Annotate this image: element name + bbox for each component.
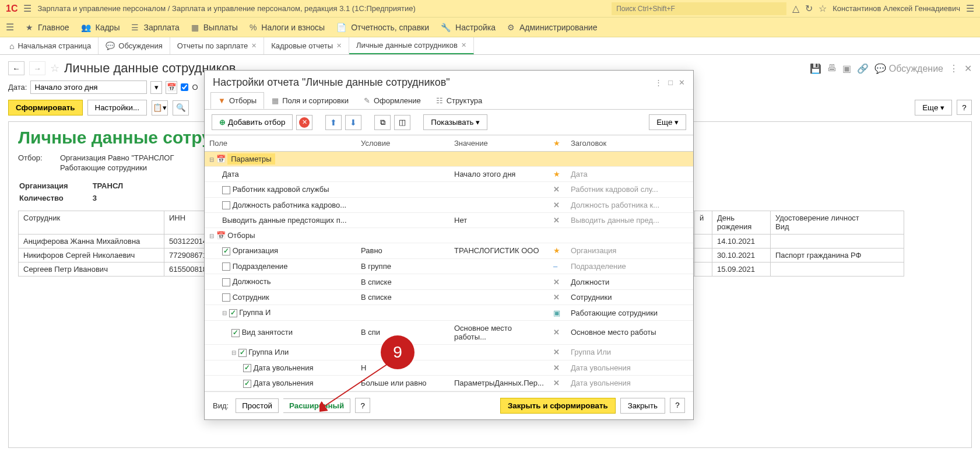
close-icon[interactable]: ✕ [251, 42, 257, 50]
count-value: 3 [93, 192, 146, 204]
menu-collapse-icon[interactable]: ☰ [966, 3, 974, 14]
close-icon[interactable]: ✕ [461, 41, 466, 49]
filter-text-2: Работающие сотрудники [60, 163, 147, 172]
search-icon-button[interactable]: 🔍 [173, 100, 189, 116]
tab-struct[interactable]: ☷Структура [428, 92, 490, 109]
user-name[interactable]: Константинов Алексей Геннадиевич [833, 4, 960, 13]
filter-row[interactable]: Дата увольненияН✕Дата увольнения [205, 360, 693, 376]
section-filters[interactable]: ⊟ 📅 Отборы [205, 228, 693, 243]
up-button[interactable]: ⬆ [325, 115, 342, 130]
bell-icon[interactable]: △ [792, 3, 799, 14]
more-button[interactable]: Еще ▾ [915, 100, 952, 116]
group-button[interactable]: ⧉ [374, 115, 391, 130]
col-ext: й [695, 211, 712, 235]
section-params[interactable]: ⊟ 📅 Параметры [205, 152, 693, 167]
menu-nastroyka[interactable]: 🔧Настройка [441, 23, 496, 32]
tab-style[interactable]: ✎Оформление [356, 92, 428, 109]
menu-otchetnost[interactable]: 📄Отчетность, справки [336, 23, 429, 32]
delete-button[interactable]: ✕ [296, 115, 312, 130]
hamburger-icon[interactable] [23, 3, 31, 14]
menu-vyplaty[interactable]: ▦Выплаты [191, 23, 238, 32]
tree-icon: ☷ [436, 96, 443, 105]
menu-admin[interactable]: ⚙Администрирование [507, 23, 598, 32]
columns-icon: ▦ [272, 96, 279, 105]
filter-row[interactable]: Вид занятостиВ спиОсновное место работы.… [205, 320, 693, 344]
pen-icon: ✎ [364, 96, 370, 105]
close-icon[interactable]: ✕ [964, 63, 972, 74]
history-icon[interactable]: ↻ [805, 3, 813, 14]
copy-icon-button[interactable]: 📋▾ [152, 100, 168, 116]
star-icon[interactable]: ☆ [819, 3, 827, 14]
tab-fields[interactable]: ▦Поля и сортировки [264, 92, 356, 109]
org-checkbox[interactable] [181, 83, 188, 91]
tab-discussions[interactable]: 💬Обсуждения [99, 37, 170, 54]
tab-reports-salary[interactable]: Отчеты по зарплате✕ [170, 37, 264, 54]
filter-row[interactable]: Работник кадровой службы✕Работник кадров… [205, 182, 693, 198]
filter-row[interactable]: Должность работника кадрово...✕Должность… [205, 197, 693, 213]
tab-reports-kadry[interactable]: Кадровые отчеты✕ [264, 37, 349, 54]
print-icon[interactable]: 🖶 [827, 63, 837, 74]
filter-row[interactable]: ПодразделениеВ группе–Подразделение [205, 258, 693, 274]
filter-row[interactable]: ДолжностьВ списке✕Должности [205, 274, 693, 290]
filter-row[interactable]: ⊟ Группа И▣Работающие сотрудники [205, 305, 693, 321]
settings-button[interactable]: Настройки... [87, 100, 147, 116]
form-button[interactable]: Сформировать [8, 100, 83, 116]
money-icon: ▦ [191, 23, 199, 32]
chat-icon[interactable]: 💬 Обсуждение [874, 63, 943, 74]
main-hamburger-icon[interactable] [6, 22, 14, 33]
more-icon[interactable]: ⋮ [949, 63, 958, 74]
col-id: Удостоверение личностВид [771, 211, 904, 235]
help-button[interactable]: ? [957, 100, 972, 115]
filter-row[interactable]: ОрганизацияРавноТРАНСЛОГИСТИК ООО★Органи… [205, 243, 693, 259]
filter-row[interactable]: ДатаНачало этого дня★Дата [205, 167, 693, 182]
tab-home[interactable]: Начальная страница [2, 37, 99, 54]
help-button[interactable]: ? [355, 398, 370, 413]
maximize-icon[interactable]: □ [668, 78, 673, 87]
tab-filters[interactable]: ▼Отборы [210, 92, 264, 109]
save-icon[interactable]: 💾 [810, 63, 821, 74]
view-label: Вид: [213, 401, 229, 410]
down-button[interactable]: ⬇ [345, 115, 361, 130]
link-icon[interactable]: 🔗 [857, 63, 869, 74]
main-menu: ★Главное 👥Кадры ☰Зарплата ▦Выплаты %Нало… [0, 18, 980, 37]
close-icon[interactable]: ✕ [679, 78, 685, 87]
date-input[interactable] [30, 80, 147, 94]
close-and-form-button[interactable]: Закрыть и сформировать [500, 398, 616, 414]
funnel-icon: ▼ [218, 96, 226, 105]
favorite-icon[interactable] [50, 62, 59, 75]
menu-zarplata[interactable]: ☰Зарплата [131, 23, 179, 32]
back-button[interactable]: ← [8, 61, 24, 75]
ungroup-button[interactable]: ◫ [394, 115, 410, 130]
tab-personal-data[interactable]: Личные данные сотрудников✕ [349, 37, 474, 54]
calendar-button[interactable]: 📅 [166, 81, 177, 94]
menu-main[interactable]: ★Главное [26, 23, 69, 32]
help-button-2[interactable]: ? [670, 398, 685, 413]
summary-table: ОрганизацияТРАНСЛ Количество3 [18, 179, 147, 205]
filter-row[interactable]: СотрудникВ списке✕Сотрудники [205, 289, 693, 305]
dropdown-button[interactable]: ▾ [150, 81, 162, 94]
doc-icon: 📄 [336, 23, 346, 32]
more-icon[interactable]: ⋮ [655, 78, 662, 87]
more-button[interactable]: Еще ▾ [649, 114, 686, 130]
count-label: Количество [19, 192, 92, 204]
topbar: 1C Зарплата и управление персоналом / За… [0, 0, 980, 18]
percent-icon: % [250, 23, 257, 32]
filter-row[interactable]: ⊟ Группа Или✕Группа Или [205, 344, 693, 360]
nav-tabs: Начальная страница 💬Обсуждения Отчеты по… [0, 37, 980, 55]
menu-kadry[interactable]: 👥Кадры [81, 23, 120, 32]
view-extended-button[interactable]: Расширенный [283, 398, 350, 413]
filter-row[interactable]: Выводить данные предстоящих п...Нет✕Выво… [205, 213, 693, 228]
close-button[interactable]: Закрыть [620, 398, 665, 414]
show-button[interactable]: Показывать ▾ [423, 114, 487, 130]
close-icon[interactable]: ✕ [336, 42, 342, 50]
global-search-input[interactable] [612, 2, 786, 15]
add-filter-button[interactable]: ⊕Добавить отбор [212, 114, 293, 130]
view-simple-button[interactable]: Простой [236, 398, 279, 413]
modal-toolbar: ⊕Добавить отбор ✕ ⬆ ⬇ ⧉ ◫ Показывать ▾ Е… [205, 110, 693, 135]
export-icon[interactable]: ▣ [842, 63, 851, 74]
settings-modal: Настройки отчета "Личные данные сотрудни… [204, 70, 694, 420]
filter-row[interactable]: Дата увольненияБольше или равноПараметры… [205, 376, 693, 391]
forward-button[interactable]: → [29, 61, 45, 75]
modal-title: Настройки отчета "Личные данные сотрудни… [213, 76, 649, 89]
menu-nalogi[interactable]: %Налоги и взносы [250, 23, 325, 32]
